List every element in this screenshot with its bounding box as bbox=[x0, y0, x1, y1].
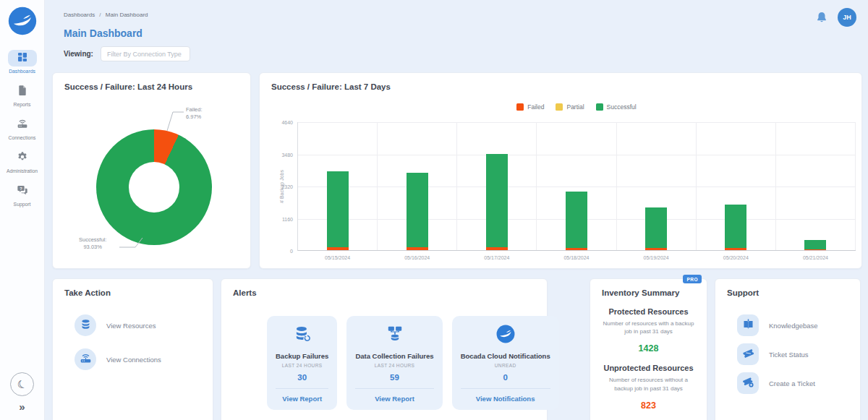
legend-swatch bbox=[516, 103, 524, 111]
bar-segment-successful bbox=[486, 154, 508, 248]
ticket-icon bbox=[742, 347, 754, 362]
sidebar-item-administration[interactable]: Administration bbox=[0, 150, 44, 173]
bar-segment-successful bbox=[804, 240, 826, 249]
alert-tile-title: Backup Failures bbox=[276, 352, 328, 360]
inventory-value: 823 bbox=[600, 400, 697, 411]
bar-stack bbox=[645, 207, 667, 250]
administration-icon bbox=[17, 151, 28, 166]
sidebar-item-label: Reports bbox=[14, 102, 31, 107]
bar-segment-successful bbox=[407, 173, 428, 248]
avatar[interactable]: JH bbox=[838, 8, 856, 27]
legend-swatch bbox=[556, 103, 563, 111]
book-icon bbox=[742, 318, 754, 333]
y-tick-label: 1160 bbox=[282, 216, 293, 221]
legend-item-partial: Partial bbox=[556, 103, 584, 111]
action-label: Knowledgebase bbox=[769, 322, 818, 330]
action-label: View Connections bbox=[106, 356, 161, 364]
action-label: View Resources bbox=[106, 322, 156, 330]
breadcrumb-separator: / bbox=[98, 12, 103, 18]
x-tick-label: 05/21/2024 bbox=[760, 255, 868, 260]
view-resources-button[interactable]: View Resources bbox=[75, 314, 213, 336]
bar-stack bbox=[327, 171, 349, 250]
double-chevron-icon: » bbox=[19, 400, 25, 413]
take-action-card: Take Action View ResourcesView Connectio… bbox=[52, 278, 213, 420]
alert-tile-title: Bocada Cloud Notifications bbox=[461, 352, 550, 360]
inventory-summary-card: PRO Inventory Summary Protected Resource… bbox=[590, 278, 707, 420]
sidebar-item-label: Connections bbox=[9, 135, 36, 140]
legend-item-failed: Failed bbox=[516, 103, 544, 111]
sidebar-item-label: Support bbox=[14, 202, 31, 207]
y-tick-label: 4640 bbox=[281, 120, 293, 125]
bocada-logo bbox=[8, 7, 37, 35]
ticket-status-button[interactable]: Ticket Status bbox=[737, 343, 860, 365]
bar-stack bbox=[725, 205, 746, 250]
bocada-logo-icon bbox=[496, 325, 515, 346]
bar-stack bbox=[566, 192, 587, 250]
bar-chart-columns: 05/15/202405/16/202405/17/202405/18/2024… bbox=[298, 122, 856, 250]
legend-item-successful: Successful bbox=[596, 103, 637, 111]
donut-label-failed: Failed:6.97% bbox=[186, 106, 203, 121]
alerts-card: Alerts Backup FailuresLAST 24 HOURS30Vie… bbox=[221, 278, 548, 420]
bar-chart-title: Success / Failure: Last 7 Days bbox=[260, 73, 861, 91]
alert-tile-value: 30 bbox=[276, 373, 328, 382]
alert-tile-subtitle: LAST 24 HOURS bbox=[276, 363, 328, 368]
main-content: Dashboards / Main Dashboard JH Main Dash… bbox=[45, 0, 868, 420]
sidebar-item-reports[interactable]: Reports bbox=[0, 83, 44, 107]
view-connections-button[interactable]: View Connections bbox=[75, 348, 213, 370]
connections-icon bbox=[17, 118, 28, 132]
action-label: Ticket Status bbox=[769, 351, 809, 359]
alert-tile-data-collection-failures[interactable]: Data Collection FailuresLAST 24 HOURS59V… bbox=[346, 316, 442, 410]
breadcrumb-item-dashboards[interactable]: Dashboards bbox=[64, 12, 95, 18]
alert-tile-subtitle: LAST 24 HOURS bbox=[355, 363, 433, 368]
bar-segment-failed bbox=[407, 247, 428, 250]
y-tick-label: 0 bbox=[290, 249, 293, 254]
notifications-bell-icon[interactable] bbox=[815, 11, 828, 24]
sidebar-expand-button[interactable]: » bbox=[19, 400, 25, 413]
bar-segment-failed bbox=[566, 248, 587, 250]
bar-stack bbox=[486, 154, 508, 250]
bar-group-05-18-2024: 05/18/2024 bbox=[537, 122, 616, 250]
view-report-link[interactable]: View Report bbox=[276, 388, 328, 410]
sidebar-item-dashboards[interactable]: Dashboards bbox=[0, 50, 44, 74]
data-collection-icon bbox=[386, 325, 404, 346]
dashboards-icon bbox=[17, 51, 28, 66]
svg-text:?: ? bbox=[20, 186, 22, 190]
bar-stack bbox=[804, 240, 826, 250]
breadcrumb-item-main-dashboard[interactable]: Main Dashboard bbox=[106, 12, 148, 18]
dark-mode-toggle[interactable]: ☾ bbox=[10, 372, 34, 396]
sidebar-item-label: Dashboards bbox=[9, 69, 35, 74]
database-alert-icon bbox=[293, 325, 312, 346]
alert-tile-bocada-cloud-notifications[interactable]: Bocada Cloud NotificationsUNREAD0View No… bbox=[452, 316, 559, 410]
bar-group-05-17-2024: 05/17/2024 bbox=[457, 122, 537, 250]
bar-stack bbox=[407, 173, 428, 250]
bar-group-05-21-2024: 05/21/2024 bbox=[776, 122, 856, 250]
bar-chart-card: Success / Failure: Last 7 Days FailedPar… bbox=[259, 72, 862, 269]
knowledgebase-button[interactable]: Knowledgebase bbox=[737, 314, 860, 336]
alert-tile-value: 0 bbox=[461, 373, 550, 382]
legend-swatch bbox=[596, 103, 603, 111]
sidebar: DashboardsReportsConnectionsAdministrati… bbox=[0, 0, 45, 420]
unprotected-resources-section: Unprotected ResourcesNumber of resources… bbox=[590, 364, 707, 410]
action-label: Create a Ticket bbox=[769, 380, 815, 387]
pro-badge: PRO bbox=[683, 275, 702, 283]
alert-tile-backup-failures[interactable]: Backup FailuresLAST 24 HOURS30View Repor… bbox=[267, 316, 337, 410]
y-tick-label: 3480 bbox=[281, 152, 293, 157]
sidebar-item-connections[interactable]: Connections bbox=[0, 116, 44, 140]
database-icon bbox=[80, 318, 92, 333]
sidebar-item-support[interactable]: ?Support bbox=[0, 183, 44, 207]
support-card: Support KnowledgebaseTicket StatusCreate… bbox=[715, 278, 861, 420]
legend-label: Failed bbox=[527, 103, 544, 111]
create-a-ticket-button[interactable]: Create a Ticket bbox=[737, 372, 860, 394]
breadcrumb[interactable]: Dashboards / Main Dashboard bbox=[64, 12, 148, 18]
reports-icon bbox=[17, 85, 28, 99]
support-title: Support bbox=[715, 279, 860, 297]
view-notifications-link[interactable]: View Notifications bbox=[461, 388, 550, 410]
take-action-title: Take Action bbox=[53, 279, 213, 297]
bar-segment-successful bbox=[327, 171, 349, 247]
view-report-link[interactable]: View Report bbox=[355, 388, 433, 410]
alert-tile-value: 59 bbox=[355, 373, 433, 382]
success-failure-donut bbox=[96, 129, 212, 245]
connection-type-filter-input[interactable] bbox=[101, 46, 190, 61]
legend-label: Partial bbox=[566, 103, 584, 111]
bar-group-05-19-2024: 05/19/2024 bbox=[617, 122, 697, 250]
